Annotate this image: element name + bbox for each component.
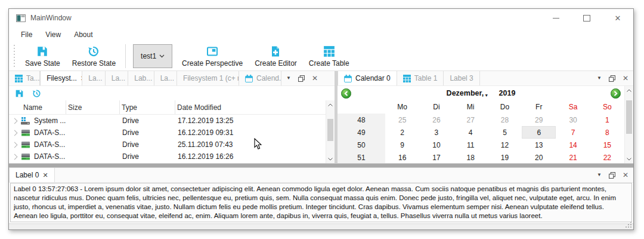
scroll-track[interactable] — [326, 109, 335, 155]
panel-close-icon[interactable]: ✕ — [623, 75, 628, 82]
day-cell[interactable]: 13 — [522, 139, 556, 151]
day-cell[interactable]: 9 — [385, 139, 419, 151]
menu-about[interactable]: About — [68, 29, 98, 41]
day-cell[interactable]: 17 — [419, 151, 453, 163]
day-cell[interactable]: 12 — [488, 139, 522, 151]
scroll-thumb[interactable] — [626, 100, 632, 134]
tab-filesystem-0[interactable]: Filesyst... ✕ — [40, 71, 82, 85]
bottom-tab-bar: Label 0 ✕ ▼ ✕ — [9, 168, 633, 183]
tab-label-0[interactable]: Label 0 ✕ — [9, 168, 55, 182]
tab-label-5[interactable]: La... — [154, 71, 177, 85]
day-cell[interactable]: 14 — [556, 139, 590, 151]
day-cell[interactable]: 10 — [419, 139, 453, 151]
day-cell[interactable]: 22 — [590, 151, 624, 163]
table-row[interactable]: DATA-S... Drive 16.12.2019 09:31 — [9, 127, 326, 139]
minimize-button[interactable] — [540, 9, 571, 27]
save-icon[interactable] — [15, 89, 24, 98]
table-row[interactable]: DATA-S... Drive 16.12.2019 16:26 — [9, 151, 326, 163]
column-header-size[interactable]: Size — [66, 100, 120, 114]
calendar-scrollbar[interactable] — [624, 86, 633, 163]
column-header-date-modified[interactable]: Date Modified — [175, 100, 326, 114]
tab-list-dropdown-icon[interactable]: ▼ — [597, 173, 602, 177]
day-cell[interactable]: 25 — [385, 114, 419, 126]
restore-icon — [88, 45, 100, 57]
next-month-button[interactable] — [611, 88, 621, 99]
create-editor-button[interactable]: Create Editor — [249, 42, 303, 71]
expand-icon[interactable] — [12, 118, 18, 124]
resize-grip[interactable] — [626, 222, 632, 228]
tab-label-4[interactable]: Lab... — [128, 71, 154, 85]
expand-icon[interactable] — [12, 154, 18, 160]
tab-label-1[interactable]: La... — [82, 71, 105, 85]
day-cell[interactable]: 29 — [522, 114, 556, 126]
scroll-up-icon[interactable] — [328, 100, 333, 109]
create-perspective-button[interactable]: Create Perspective — [176, 42, 249, 71]
tab-list-dropdown-icon[interactable]: ▼ — [286, 76, 291, 81]
desktop-background: MainWindow ✕ File View About Save State … — [0, 0, 644, 239]
undock-icon[interactable] — [298, 75, 305, 82]
tab-table-0[interactable]: Ta... — [9, 71, 40, 85]
day-cell[interactable]: 5 — [488, 126, 522, 139]
undock-icon[interactable] — [609, 172, 615, 179]
scroll-track[interactable] — [625, 94, 633, 155]
create-table-button[interactable]: Create Table — [303, 42, 355, 71]
day-cell[interactable]: 7 — [556, 126, 590, 139]
title-bar[interactable]: MainWindow ✕ — [9, 9, 633, 27]
perspective-combo[interactable]: test1 — [133, 44, 172, 68]
tab-close-icon[interactable]: ✕ — [42, 172, 48, 179]
tab-calendar-0[interactable]: Calendar 0 — [338, 71, 397, 85]
tab-calendar-1[interactable]: Calend... — [239, 71, 281, 85]
panel-close-icon[interactable]: ✕ — [312, 75, 318, 82]
tab-label-2[interactable]: La... — [106, 71, 128, 85]
day-cell[interactable]: 20 — [522, 151, 556, 163]
column-header-type[interactable]: Type — [120, 100, 175, 114]
day-cell[interactable]: 1 — [590, 114, 624, 126]
horizontal-splitter[interactable] — [9, 163, 633, 168]
tab-table-1[interactable]: Table 1 — [397, 71, 444, 85]
tab-filesystem-1[interactable]: Filesystem 1 (c+ m... — [177, 71, 239, 85]
expand-icon[interactable] — [12, 130, 18, 136]
day-cell-selected[interactable]: 6 — [522, 126, 556, 139]
day-cell[interactable]: 15 — [590, 139, 624, 151]
table-row[interactable]: DATA-S... Drive 25.11.2019 07:43 — [9, 139, 326, 151]
day-cell[interactable]: 11 — [454, 139, 488, 151]
close-button[interactable]: ✕ — [602, 9, 633, 27]
day-cell[interactable]: 2 — [385, 126, 419, 139]
menu-file[interactable]: File — [15, 29, 38, 41]
panel-close-icon[interactable]: ✕ — [623, 171, 628, 179]
undock-icon[interactable] — [609, 75, 615, 82]
day-cell[interactable]: 28 — [488, 114, 522, 126]
tree-scrollbar[interactable] — [326, 100, 335, 163]
day-cell[interactable]: 18 — [454, 151, 488, 163]
day-cell[interactable]: 8 — [590, 126, 624, 139]
save-state-button[interactable]: Save State — [19, 42, 66, 71]
month-label[interactable]: Dezember, — [447, 89, 484, 97]
day-cell[interactable]: 27 — [454, 114, 488, 126]
tab-list-dropdown-icon[interactable]: ▼ — [597, 76, 602, 81]
scroll-up-icon[interactable] — [627, 86, 631, 94]
window-title: MainWindow — [30, 14, 72, 22]
weekday-header: Sa — [556, 100, 590, 114]
table-row[interactable]: System ... Drive 17.12.2019 13:25 — [9, 115, 326, 127]
expand-icon[interactable] — [12, 142, 18, 148]
day-cell[interactable]: 26 — [419, 114, 453, 126]
day-cell[interactable]: 16 — [385, 151, 419, 163]
scroll-down-icon[interactable] — [627, 155, 631, 163]
day-cell[interactable]: 3 — [419, 126, 453, 139]
prev-month-button[interactable] — [341, 88, 351, 99]
tab-label-3[interactable]: Label 3 — [444, 71, 479, 85]
year-label[interactable]: 2019 — [499, 89, 516, 97]
toolbar-drag-handle[interactable] — [13, 45, 16, 68]
day-cell[interactable]: 30 — [556, 114, 590, 126]
menu-view[interactable]: View — [39, 29, 67, 41]
day-cell[interactable]: 21 — [556, 151, 590, 163]
maximize-button[interactable] — [571, 9, 602, 27]
column-header-name[interactable]: Name — [9, 100, 66, 114]
restore-icon[interactable] — [32, 89, 41, 98]
restore-state-button[interactable]: Restore State — [66, 42, 122, 71]
day-cell[interactable]: 4 — [454, 126, 488, 139]
day-cell[interactable]: 19 — [488, 151, 522, 163]
calendar-month-year[interactable]: Dezember,▼ 2019 — [351, 89, 611, 97]
scroll-thumb[interactable] — [327, 119, 333, 141]
scroll-down-icon[interactable] — [328, 155, 333, 163]
